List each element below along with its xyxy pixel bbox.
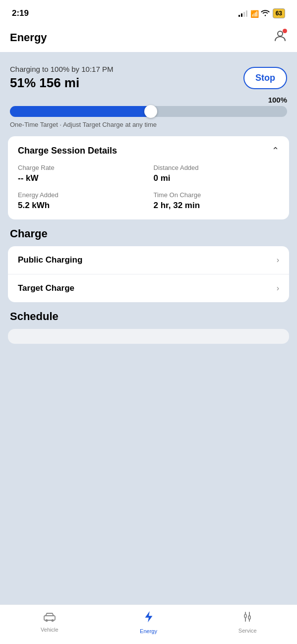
status-bar: 2:19 📶 63: [0, 0, 297, 25]
progress-track[interactable]: [10, 106, 287, 117]
progress-fill: [10, 106, 151, 117]
nav-item-energy[interactable]: Energy: [99, 610, 198, 634]
session-title: Charge Session Details: [18, 146, 117, 156]
signal-bar-2: [241, 13, 242, 17]
public-charging-item[interactable]: Public Charging ›: [8, 246, 289, 274]
energy-nav-label: Energy: [140, 628, 157, 634]
charge-section-title: Charge: [10, 227, 287, 240]
charging-text-block: Charging to 100% by 10:17 PM 51% 156 mi: [10, 65, 113, 91]
session-item-charge-rate: Charge Rate -- kW: [18, 164, 144, 183]
charging-info-row: Charging to 100% by 10:17 PM 51% 156 mi …: [10, 65, 287, 91]
session-item-energy-added: Energy Added 5.2 kWh: [18, 191, 144, 211]
energy-icon: [144, 610, 154, 626]
session-grid: Charge Rate -- kW Distance Added 0 mi En…: [18, 164, 279, 211]
svg-point-3: [51, 619, 54, 622]
status-time: 2:19: [12, 8, 29, 18]
target-charge-item[interactable]: Target Charge ›: [8, 274, 289, 302]
target-charge-chevron-icon: ›: [277, 284, 279, 293]
charging-card: Charging to 100% by 10:17 PM 51% 156 mi …: [8, 60, 289, 128]
svg-rect-1: [44, 616, 55, 620]
service-icon: [241, 611, 253, 626]
distance-added-value: 0 mi: [154, 173, 280, 183]
app-title: Energy: [10, 31, 47, 44]
notification-dot: [283, 29, 287, 33]
time-on-charge-value: 2 hr, 32 min: [154, 201, 280, 211]
svg-rect-4: [244, 614, 246, 618]
signal-bars-icon: [238, 10, 247, 17]
signal-bar-3: [243, 12, 245, 17]
energy-added-label: Energy Added: [18, 191, 144, 199]
signal-bar-1: [238, 15, 240, 17]
progress-hint: One-Time Target · Adjust Target Charge a…: [10, 121, 287, 128]
chevron-up-icon: ⌃: [272, 145, 279, 156]
svg-point-2: [45, 619, 48, 622]
session-item-distance-added: Distance Added 0 mi: [154, 164, 280, 183]
profile-button[interactable]: [273, 29, 287, 46]
distance-added-label: Distance Added: [154, 164, 280, 171]
svg-point-0: [278, 31, 283, 36]
charge-menu-card: Public Charging › Target Charge ›: [8, 246, 289, 302]
charging-main-info: 51% 156 mi: [10, 75, 113, 91]
session-item-time-on-charge: Time On Charge 2 hr, 32 min: [154, 191, 280, 211]
app-header: Energy: [0, 25, 297, 52]
schedule-preview: [8, 329, 289, 344]
nav-item-vehicle[interactable]: Vehicle: [0, 612, 99, 633]
svg-rect-5: [248, 616, 250, 619]
bottom-nav: Vehicle Energy Service: [0, 604, 297, 644]
schedule-section-title: Schedule: [10, 310, 287, 323]
service-nav-label: Service: [238, 628, 257, 634]
charge-rate-value: -- kW: [18, 173, 144, 183]
main-content: Charging to 100% by 10:17 PM 51% 156 mi …: [0, 52, 297, 607]
wifi-icon: 📶: [250, 9, 270, 18]
progress-area: 100% One-Time Target · Adjust Target Cha…: [10, 96, 287, 128]
nav-item-service[interactable]: Service: [198, 611, 297, 634]
session-details-card: Charge Session Details ⌃ Charge Rate -- …: [8, 136, 289, 219]
vehicle-nav-label: Vehicle: [41, 627, 58, 633]
status-icons: 📶 63: [238, 8, 285, 18]
stop-button[interactable]: Stop: [243, 67, 287, 89]
charging-subtitle: Charging to 100% by 10:17 PM: [10, 65, 113, 73]
progress-label-row: 100%: [10, 96, 287, 104]
time-on-charge-label: Time On Charge: [154, 191, 280, 199]
target-charge-label: Target Charge: [18, 283, 74, 293]
battery-level: 63: [273, 8, 285, 18]
progress-thumb[interactable]: [144, 105, 157, 118]
session-header[interactable]: Charge Session Details ⌃: [18, 145, 279, 156]
public-charging-chevron-icon: ›: [277, 256, 279, 265]
charge-rate-label: Charge Rate: [18, 164, 144, 171]
public-charging-label: Public Charging: [18, 255, 82, 265]
schedule-section: Schedule: [8, 310, 289, 344]
signal-bar-4: [246, 10, 247, 17]
bottom-nav-wrapper: Vehicle Energy Service: [0, 641, 297, 644]
vehicle-icon: [43, 612, 56, 625]
progress-max-label: 100%: [268, 96, 287, 104]
energy-added-value: 5.2 kWh: [18, 201, 144, 211]
